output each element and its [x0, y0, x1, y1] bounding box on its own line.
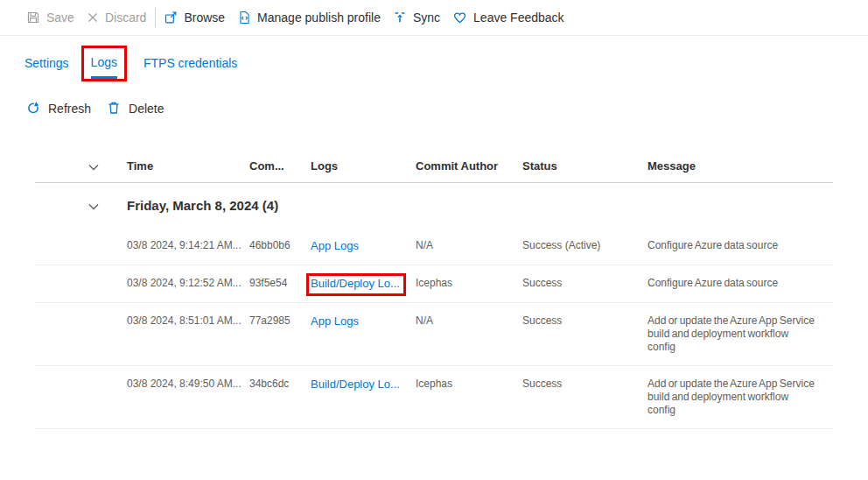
cell-status: Success — [522, 314, 648, 328]
table-header-row: Time Com... Logs Commit Author Status Me… — [35, 150, 833, 183]
browse-button[interactable]: Browse — [164, 11, 225, 25]
discard-label: Discard — [105, 11, 146, 25]
sync-label: Sync — [413, 11, 440, 25]
cell-commit-author: N/A — [416, 239, 522, 252]
browse-icon — [164, 11, 178, 25]
group-header-row: Friday, March 8, 2024 (4) — [35, 183, 833, 228]
tab-settings[interactable]: Settings — [24, 56, 69, 70]
leave-feedback-label: Leave Feedback — [473, 11, 564, 25]
app-logs-link[interactable]: App Logs — [311, 314, 359, 328]
delete-icon — [107, 101, 121, 117]
table-row[interactable]: 03/8 2024, 9:14:21 AM... 46bb0b6 App Log… — [35, 228, 833, 265]
table-action-bar: Refresh Delete — [26, 96, 180, 121]
column-header-status[interactable]: Status — [522, 159, 648, 173]
heart-icon — [452, 11, 467, 25]
tab-bar: Settings Logs FTPS credentials — [24, 39, 237, 88]
group-collapse-chevron[interactable] — [35, 198, 127, 214]
sync-icon — [393, 11, 407, 25]
deployment-logs-table: Time Com... Logs Commit Author Status Me… — [35, 150, 833, 429]
table-row[interactable]: 03/8 2024, 9:12:52 AM... 93f5e54 Build/D… — [35, 265, 833, 303]
cell-message: Configure Azure data source — [648, 239, 824, 252]
build-deploy-logs-link[interactable]: Build/Deploy Lo... — [311, 277, 400, 290]
cell-commit: 46bb0b6 — [249, 239, 311, 252]
delete-button[interactable]: Delete — [107, 101, 164, 117]
cell-commit-author: Icephas — [416, 378, 522, 391]
table-row[interactable]: 03/8 2024, 8:49:50 AM... 34bc6dc Build/D… — [35, 366, 833, 429]
cell-commit-author: Icephas — [416, 277, 522, 290]
cell-status: Success (Active) — [522, 239, 648, 252]
cell-message: Configure Azure data source — [648, 277, 824, 290]
deployment-center-logs-page: Save Discard Browse Manage publish profi… — [0, 0, 868, 480]
save-label: Save — [46, 11, 74, 25]
command-bar: Save Discard Browse Manage publish profi… — [0, 0, 868, 36]
column-header-logs[interactable]: Logs — [311, 159, 416, 173]
tab-ftps-credentials[interactable]: FTPS credentials — [144, 56, 237, 70]
cell-time: 03/8 2024, 9:14:21 AM... — [127, 239, 249, 252]
refresh-label: Refresh — [48, 102, 91, 116]
column-header-commit-author[interactable]: Commit Author — [416, 159, 522, 173]
cell-time: 03/8 2024, 8:49:50 AM... — [127, 378, 249, 391]
cell-status: Success — [522, 378, 648, 391]
leave-feedback-button[interactable]: Leave Feedback — [452, 11, 564, 25]
cell-time: 03/8 2024, 8:51:01 AM... — [127, 314, 249, 328]
group-header-label: Friday, March 8, 2024 (4) — [127, 198, 833, 213]
discard-icon — [87, 11, 99, 24]
column-header-time[interactable]: Time — [127, 159, 249, 173]
browse-label: Browse — [184, 11, 225, 25]
save-button[interactable]: Save — [26, 11, 74, 25]
build-deploy-logs-annotation-box: Build/Deploy Lo... — [306, 273, 406, 296]
table-row[interactable]: 03/8 2024, 8:51:01 AM... 77a2985 App Log… — [35, 303, 833, 366]
build-deploy-logs-link[interactable]: Build/Deploy Lo... — [311, 378, 400, 391]
toolbar-separator — [155, 8, 156, 27]
selected-tab-underline — [91, 76, 117, 79]
logs-tab-annotation-box: Logs — [81, 46, 127, 81]
delete-label: Delete — [129, 102, 164, 116]
cell-message: Add or update the Azure App Service buil… — [648, 378, 824, 417]
app-logs-link[interactable]: App Logs — [311, 239, 359, 252]
cell-commit: 34bc6dc — [249, 378, 311, 391]
column-header-commit[interactable]: Com... — [249, 159, 311, 173]
cell-commit: 77a2985 — [249, 314, 311, 328]
cell-time: 03/8 2024, 9:12:52 AM... — [127, 277, 249, 290]
discard-button[interactable]: Discard — [87, 11, 146, 25]
manage-publish-profile-button[interactable]: Manage publish profile — [237, 11, 381, 25]
save-icon — [26, 11, 40, 25]
manage-publish-profile-label: Manage publish profile — [257, 11, 381, 25]
cell-commit: 93f5e54 — [249, 277, 311, 290]
header-collapse-chevron[interactable] — [35, 159, 127, 174]
cell-message: Add or update the Azure App Service buil… — [648, 314, 824, 354]
column-header-message[interactable]: Message — [648, 159, 833, 173]
refresh-icon — [26, 101, 40, 117]
publish-profile-icon — [237, 11, 251, 25]
sync-button[interactable]: Sync — [393, 11, 440, 25]
cell-status: Success — [522, 277, 648, 290]
cell-commit-author: N/A — [416, 314, 522, 328]
tab-logs[interactable]: Logs — [91, 55, 117, 69]
refresh-button[interactable]: Refresh — [26, 101, 91, 117]
